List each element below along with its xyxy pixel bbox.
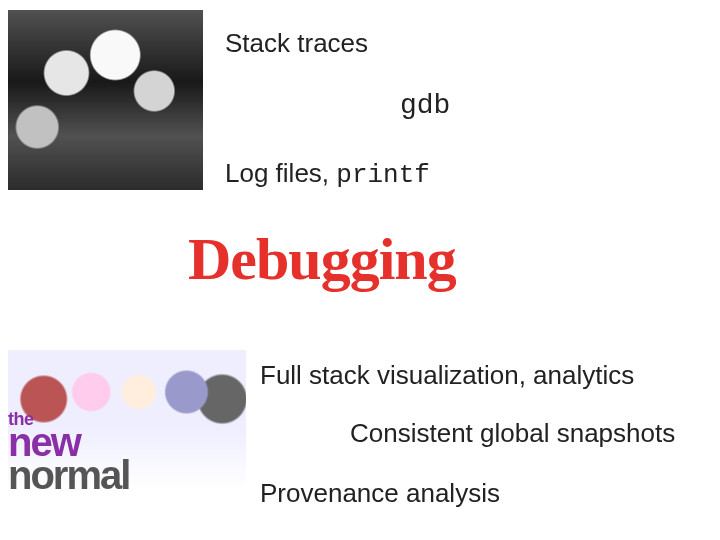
- bullet-consistent-global-snapshots: Consistent global snapshots: [350, 418, 675, 449]
- bullet-provenance-analysis: Provenance analysis: [260, 478, 500, 509]
- bullet-full-stack-visualization: Full stack visualization, analytics: [260, 360, 634, 391]
- image-top-family: [8, 10, 203, 190]
- image-bottom-cast: thenew normal: [8, 350, 246, 490]
- bullet-log-files: Log files, printf: [225, 158, 430, 190]
- logo-word-normal: normal: [8, 459, 129, 492]
- page-title: Debugging: [188, 225, 456, 294]
- logo-the-new-normal: thenew normal: [8, 412, 129, 492]
- bullet-log-files-text: Log files,: [225, 158, 336, 188]
- bullet-gdb: gdb: [400, 90, 450, 121]
- bullet-stack-traces: Stack traces: [225, 28, 368, 59]
- slide: Stack traces gdb Log files, printf Debug…: [0, 0, 720, 540]
- bullet-printf-code: printf: [336, 160, 430, 190]
